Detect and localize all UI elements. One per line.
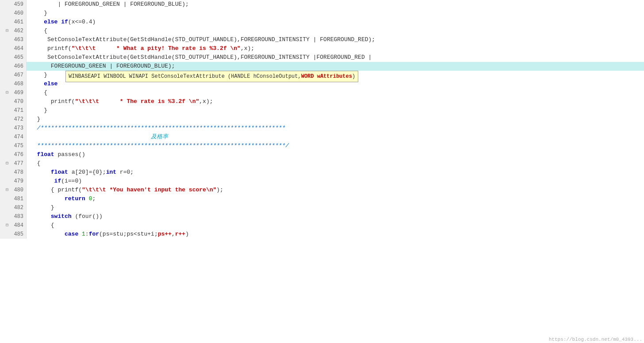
line-gutter: 465 xyxy=(0,53,27,62)
code-token-kw: switch xyxy=(30,213,75,220)
line-content: } xyxy=(27,106,644,115)
line-number: 473 xyxy=(11,124,23,133)
line-gutter: 474 xyxy=(0,133,27,141)
line-gutter: 476 xyxy=(0,150,27,159)
code-token-num: 1 xyxy=(82,231,85,237)
code-line: 464 printf("\t\t\t * What a pity! The ra… xyxy=(0,44,644,53)
code-line: 475 ************************************… xyxy=(0,141,644,150)
line-gutter: 466 xyxy=(0,62,27,71)
code-token-kw: if xyxy=(54,178,61,184)
line-number: 481 xyxy=(11,194,23,203)
line-gutter: 461 xyxy=(0,18,27,27)
line-gutter: 485 xyxy=(0,230,27,239)
code-line: 472 } xyxy=(0,115,644,124)
fold-icon[interactable]: ⊟ xyxy=(5,186,9,194)
line-number: 464 xyxy=(11,44,23,53)
code-token-plain: , xyxy=(172,231,175,237)
line-content: 及格率 xyxy=(27,133,644,141)
line-gutter: 475 xyxy=(0,141,27,150)
code-token-plain: } xyxy=(30,107,47,114)
code-line: 473 /***********************************… xyxy=(0,124,644,133)
code-token-plain: FOREGROUND_GREEN | FOREGROUND_BLUE); xyxy=(30,63,175,69)
code-line: ⊟480 { printf("\t\t\t *You haven't input… xyxy=(0,186,644,194)
line-gutter: 459 xyxy=(0,0,27,9)
line-content: { printf("\t\t\t *You haven't input the … xyxy=(27,186,644,194)
code-line: ⊟484 { xyxy=(0,221,644,230)
line-content: return 0; xyxy=(27,194,644,203)
code-line: 482 } xyxy=(0,203,644,212)
code-token-plain: : xyxy=(85,231,89,237)
code-token-plain: ); xyxy=(216,187,223,193)
code-line: 459 | FOREGROUND_GREEN | FOREGROUND_BLUE… xyxy=(0,0,644,9)
code-token-kw: else xyxy=(30,19,61,25)
line-number: 465 xyxy=(11,53,23,62)
line-content: SetConsoleTextAttribute(GetStdHandle(STD… xyxy=(27,35,644,44)
line-gutter: ⊟480 xyxy=(0,186,27,194)
line-content: printf("\t\t\t * The rate is %3.2f \n",x… xyxy=(27,97,644,106)
line-gutter: 460 xyxy=(0,9,27,18)
line-gutter: 481 xyxy=(0,194,27,203)
code-token-plain: ,x); xyxy=(241,45,254,52)
line-content: { xyxy=(27,159,644,168)
fold-icon[interactable]: ⊟ xyxy=(5,159,9,168)
line-gutter: 472 xyxy=(0,115,27,124)
code-token-plain: (four()) xyxy=(75,213,102,220)
code-line: ⊟469 { xyxy=(0,88,644,97)
code-token-comment: /***************************************… xyxy=(30,125,285,131)
code-token-comment: ****************************************… xyxy=(30,142,289,149)
code-token-plain: printf( xyxy=(30,45,72,52)
fold-icon[interactable]: ⊟ xyxy=(5,221,9,230)
line-number: 475 xyxy=(11,141,23,150)
code-token-kw: float xyxy=(30,151,58,158)
code-line: 479 if(i==0) xyxy=(0,177,644,186)
fold-icon[interactable]: ⊟ xyxy=(5,27,9,35)
line-number: 474 xyxy=(11,133,23,141)
code-token-str: "\t\t\t * What a pity! The rate is %3.2f… xyxy=(72,45,241,52)
fold-icon[interactable]: ⊟ xyxy=(5,88,9,97)
line-gutter: 463 xyxy=(0,35,27,44)
line-number: 479 xyxy=(11,177,23,186)
line-number: 463 xyxy=(11,35,23,44)
code-token-plain: r=0; xyxy=(120,169,134,175)
code-token-plain: | FOREGROUND_GREEN | FOREGROUND_BLUE); xyxy=(30,1,189,8)
code-line: 471 } xyxy=(0,106,644,115)
line-number: 472 xyxy=(11,115,23,124)
line-number: 483 xyxy=(11,212,23,221)
code-token-plain: SetConsoleTextAttribute(GetStdHandle(STD… xyxy=(30,54,372,61)
line-gutter: 482 xyxy=(0,203,27,212)
line-gutter: 470 xyxy=(0,97,27,106)
code-token-plain: (ps=stu;ps<stu+i; xyxy=(99,231,158,237)
line-content: switch (four()) xyxy=(27,212,644,221)
line-gutter: 473 xyxy=(0,124,27,133)
line-number: 460 xyxy=(11,9,23,18)
line-gutter: 483 xyxy=(0,212,27,221)
code-token-kw: if xyxy=(61,19,68,25)
line-number: 477 xyxy=(11,159,23,168)
code-token-kw: float xyxy=(30,169,72,175)
code-token-param-red: r++ xyxy=(175,231,185,237)
code-token-kw: else xyxy=(30,80,58,87)
code-token-plain: ; xyxy=(92,195,96,202)
line-gutter: 464 xyxy=(0,44,27,53)
line-content: { xyxy=(27,88,644,97)
code-token-plain: { printf( xyxy=(30,187,82,193)
tooltip-popup: WINBASEAPI WINBOOL WINAPI SetConsoleText… xyxy=(65,71,358,82)
code-token-param-red: ps++ xyxy=(158,231,172,237)
line-number: 467 xyxy=(11,71,23,80)
code-line: 460 } xyxy=(0,9,644,18)
code-token-plain: } xyxy=(30,10,47,16)
line-number: 462 xyxy=(11,27,23,35)
code-token-plain: } xyxy=(30,204,54,211)
code-token-plain: { xyxy=(30,27,47,34)
code-line: 476 float passes() xyxy=(0,150,644,159)
line-content: { xyxy=(27,221,644,230)
code-line: 474 及格率 xyxy=(0,133,644,141)
line-number: 459 xyxy=(11,0,23,9)
code-editor: 459 | FOREGROUND_GREEN | FOREGROUND_BLUE… xyxy=(0,0,644,343)
code-lines: 459 | FOREGROUND_GREEN | FOREGROUND_BLUE… xyxy=(0,0,644,239)
line-content: float a[20]={0};int r=0; xyxy=(27,168,644,177)
line-gutter: 467 xyxy=(0,71,27,80)
code-token-plain: SetConsoleTextAttribute(GetStdHandle(STD… xyxy=(30,36,375,43)
code-token-plain: passes() xyxy=(58,151,85,158)
code-token-chinese: 及格率 xyxy=(30,133,168,140)
